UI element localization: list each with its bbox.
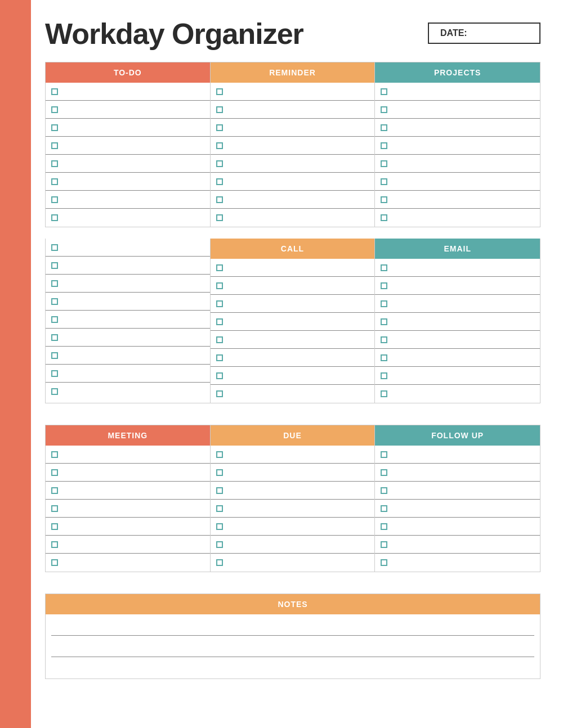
date-label: DATE: [440,28,467,38]
checkbox[interactable] [381,390,387,397]
reminder-row [211,119,375,137]
notes-line[interactable] [51,657,534,678]
reminder-row [211,137,375,155]
call-row [211,259,375,277]
checkbox[interactable] [216,142,223,149]
checkbox[interactable] [216,124,223,131]
meeting-col: MEETING [46,425,211,572]
checkbox[interactable] [51,541,58,548]
checkbox[interactable] [51,451,58,458]
call-row [211,331,375,349]
checkbox[interactable] [216,354,223,361]
checkbox[interactable] [216,559,223,566]
followup-col: FOLLOW UP [375,425,540,572]
checkbox[interactable] [51,196,58,203]
checkbox[interactable] [216,336,223,343]
checkbox[interactable] [51,214,58,221]
checkbox[interactable] [216,106,223,113]
checkbox[interactable] [381,106,387,113]
checkbox[interactable] [51,559,58,566]
checkbox[interactable] [51,334,58,341]
todo-row [46,239,210,257]
checkbox[interactable] [381,88,387,95]
checkbox[interactable] [216,318,223,325]
checkbox[interactable] [381,372,387,379]
checkbox[interactable] [216,264,223,271]
checkbox[interactable] [216,160,223,167]
checkbox[interactable] [381,282,387,289]
checkbox[interactable] [216,451,223,458]
checkbox[interactable] [51,487,58,494]
checkbox[interactable] [381,541,387,548]
checkbox[interactable] [381,469,387,476]
checkbox[interactable] [381,505,387,512]
call-col: CALL [211,239,376,403]
checkbox[interactable] [51,298,58,305]
checkbox[interactable] [381,160,387,167]
checkbox[interactable] [381,523,387,530]
todo-row [46,329,210,347]
checkbox[interactable] [381,300,387,307]
meeting-row [46,446,210,464]
checkbox[interactable] [51,469,58,476]
checkbox[interactable] [381,196,387,203]
checkbox[interactable] [216,196,223,203]
checkbox[interactable] [51,352,58,359]
due-row [211,446,375,464]
checkbox[interactable] [216,372,223,379]
checkbox[interactable] [51,370,58,377]
checkbox[interactable] [381,354,387,361]
checkbox[interactable] [51,505,58,512]
checkbox[interactable] [51,124,58,131]
checkbox[interactable] [381,142,387,149]
checkbox[interactable] [51,523,58,530]
notes-line[interactable] [51,614,534,636]
checkbox[interactable] [216,541,223,548]
page-title: Workday Organizer [45,17,303,51]
call-row [211,295,375,313]
checkbox[interactable] [216,300,223,307]
checkbox[interactable] [51,388,58,395]
checkbox[interactable] [216,88,223,95]
projects-row [375,83,540,101]
followup-row [375,464,540,482]
checkbox[interactable] [51,262,58,269]
checkbox[interactable] [381,451,387,458]
checkbox[interactable] [51,178,58,185]
checkbox[interactable] [216,523,223,530]
projects-row [375,173,540,191]
checkbox[interactable] [51,244,58,251]
date-field[interactable]: DATE: [428,23,540,44]
checkbox[interactable] [216,214,223,221]
checkbox[interactable] [381,559,387,566]
call-header: CALL [211,239,375,259]
checkbox[interactable] [381,124,387,131]
todo-row [46,155,210,173]
checkbox[interactable] [51,316,58,323]
checkbox[interactable] [381,214,387,221]
checkbox[interactable] [381,336,387,343]
email-col: EMAIL [375,239,540,403]
checkbox[interactable] [216,469,223,476]
checkbox[interactable] [51,160,58,167]
reminder-row [211,83,375,101]
checkbox[interactable] [51,88,58,95]
meeting-row [46,554,210,572]
call-row [211,367,375,385]
followup-row [375,518,540,536]
checkbox[interactable] [216,390,223,397]
checkbox[interactable] [216,505,223,512]
checkbox[interactable] [51,142,58,149]
checkbox[interactable] [51,280,58,287]
checkbox[interactable] [51,106,58,113]
checkbox[interactable] [381,178,387,185]
todo-row [46,293,210,311]
checkbox[interactable] [381,487,387,494]
notes-line[interactable] [51,636,534,657]
checkbox[interactable] [216,178,223,185]
email-row [375,331,540,349]
checkbox[interactable] [381,318,387,325]
checkbox[interactable] [381,264,387,271]
checkbox[interactable] [216,282,223,289]
checkbox[interactable] [216,487,223,494]
